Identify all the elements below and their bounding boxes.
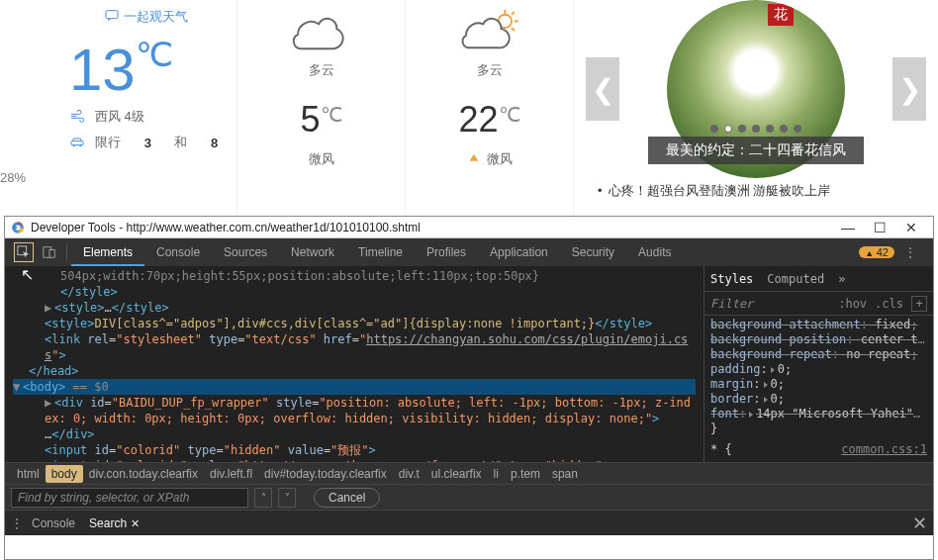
- condition-text: 多云: [237, 61, 405, 79]
- carousel-next-button[interactable]: ❯: [892, 57, 926, 121]
- styles-filter-input[interactable]: Filter: [710, 297, 834, 311]
- forecast-temp: 5℃: [237, 99, 405, 140]
- tab-sources[interactable]: Sources: [212, 238, 279, 266]
- close-tab-icon[interactable]: ✕: [131, 517, 140, 529]
- forecast-temp: 22℃: [406, 99, 573, 140]
- crumb-item[interactable]: body: [46, 465, 83, 483]
- window-title: Developer Tools - http://www.weather.com…: [31, 221, 421, 234]
- arrow-up-icon: [467, 152, 481, 166]
- dom-node[interactable]: …</div>: [13, 426, 696, 442]
- tab-security[interactable]: Security: [560, 238, 626, 266]
- device-icon: [43, 245, 56, 259]
- dom-node[interactable]: <input id="colorids" value="http://www.w…: [13, 458, 696, 462]
- find-next-button[interactable]: ˅: [278, 488, 296, 508]
- dom-node[interactable]: <style>DIV[class^="adpos"],div#ccs,div[c…: [13, 316, 696, 331]
- cloud-sun-icon: [455, 8, 524, 53]
- tab-application[interactable]: Application: [478, 238, 560, 266]
- tab-console[interactable]: Console: [144, 238, 212, 266]
- weather-panel: 一起观天气 13℃ 28% 西风 4级 限行 3 和 8 多云 5℃ 微风 多云…: [0, 0, 938, 216]
- current-weather: 一起观天气 13℃ 28% 西风 4级 限行 3 和 8: [0, 0, 237, 216]
- wind-text: 微风: [406, 150, 573, 168]
- cls-toggle[interactable]: .cls: [871, 297, 907, 311]
- filter-row: Filter :hov .cls +: [704, 292, 933, 316]
- crumb-item[interactable]: div.t: [393, 465, 425, 483]
- new-rule-button[interactable]: +: [911, 296, 927, 312]
- tab-audits[interactable]: Audits: [626, 238, 683, 266]
- dom-node[interactable]: </head>: [13, 363, 696, 379]
- dom-node[interactable]: ▶<style>…</style>: [13, 300, 696, 316]
- drawer-tab-search[interactable]: Search✕: [89, 516, 140, 530]
- dom-node[interactable]: <link rel="stylesheet" type="text/css" h…: [13, 331, 696, 363]
- elements-tree[interactable]: 504px;width:70px;height:55px;position:ab…: [5, 266, 704, 462]
- crumb-item[interactable]: html: [11, 465, 46, 483]
- svg-line-8: [512, 28, 515, 31]
- car-icon: [69, 135, 85, 150]
- dom-node[interactable]: <input id="colorid" type="hidden" value=…: [13, 442, 696, 458]
- find-prev-button[interactable]: ˄: [254, 488, 272, 508]
- svg-line-7: [512, 12, 515, 15]
- carousel-slide[interactable]: 花 最美的约定：二十四番花信风: [629, 0, 883, 178]
- dom-node-selected[interactable]: ▼<body> == $0: [13, 379, 696, 395]
- tab-network[interactable]: Network: [279, 238, 346, 266]
- window-titlebar[interactable]: Developer Tools - http://www.weather.com…: [5, 217, 933, 238]
- source-link[interactable]: common.css:1: [841, 442, 927, 457]
- limit-row: 限行 3 和 8: [69, 134, 236, 151]
- tab-profiles[interactable]: Profiles: [415, 238, 478, 266]
- styles-sidebar: Styles Computed » Filter :hov .cls + bac…: [704, 266, 933, 462]
- devtools-window: Developer Tools - http://www.weather.com…: [4, 216, 934, 560]
- breadcrumb[interactable]: html body div.con.today.clearfix div.lef…: [5, 462, 933, 484]
- drawer-menu-button[interactable]: ⋮: [11, 516, 32, 530]
- forecast-high: 多云 22℃ 微风: [406, 0, 574, 216]
- more-tabs-button[interactable]: »: [838, 272, 845, 286]
- crumb-item[interactable]: div.con.today.clearfix: [83, 465, 204, 483]
- chat-icon: [104, 8, 120, 24]
- tab-styles[interactable]: Styles: [710, 272, 753, 286]
- wind-text: 微风: [237, 150, 405, 168]
- find-cancel-button[interactable]: Cancel: [314, 488, 380, 508]
- sidebar-tabs: Styles Computed »: [704, 266, 933, 292]
- dom-node[interactable]: ▶<div id="BAIDU_DUP_fp_wrapper" style="p…: [13, 395, 696, 426]
- inspect-icon: [17, 245, 31, 259]
- tab-elements[interactable]: Elements: [71, 238, 144, 266]
- carousel-prev-button[interactable]: ❮: [586, 57, 619, 121]
- slide-caption: 最美的约定：二十四番花信风: [648, 137, 864, 164]
- device-toggle-button[interactable]: [37, 239, 62, 265]
- dom-node[interactable]: </style>: [13, 284, 696, 300]
- inspect-element-button[interactable]: [11, 239, 37, 265]
- condition-text: 多云: [406, 61, 573, 79]
- crumb-item[interactable]: li: [488, 465, 505, 483]
- crumb-item[interactable]: p.tem: [505, 465, 546, 483]
- slide-badge: 花: [768, 4, 794, 26]
- styles-list[interactable]: background-attachment: fixed; background…: [704, 316, 933, 462]
- carousel-dots[interactable]: [710, 125, 801, 133]
- tab-timeline[interactable]: Timeline: [346, 238, 415, 266]
- cloud-icon: [287, 8, 356, 53]
- devtools-menu-button[interactable]: ⋮: [894, 245, 927, 259]
- svg-rect-11: [18, 246, 27, 255]
- crumb-item[interactable]: ul.clearfix: [425, 465, 488, 483]
- current-temp: 13℃: [69, 38, 236, 100]
- drawer: ⋮ Console Search✕ ✕: [5, 510, 933, 535]
- find-input[interactable]: Find by string, selector, or XPath: [11, 488, 248, 508]
- wind-icon: [69, 109, 85, 125]
- close-button[interactable]: ✕: [895, 220, 927, 235]
- maximize-button[interactable]: ☐: [864, 220, 895, 235]
- tab-computed[interactable]: Computed: [767, 272, 824, 286]
- devtools-main: 504px;width:70px;height:55px;position:ab…: [5, 266, 933, 462]
- minimize-button[interactable]: —: [832, 220, 864, 235]
- warnings-badge[interactable]: 42: [859, 246, 894, 258]
- svg-rect-1: [71, 141, 83, 145]
- discuss-link[interactable]: 一起观天气: [69, 8, 236, 26]
- drawer-close-button[interactable]: ✕: [912, 513, 927, 534]
- svg-point-3: [79, 144, 81, 146]
- news-link[interactable]: 心疼！超强台风登陆澳洲 游艇被吹上岸: [586, 182, 926, 200]
- wind-row: 西风 4级: [69, 108, 236, 126]
- forecast-low: 多云 5℃ 微风: [237, 0, 406, 216]
- hov-toggle[interactable]: :hov: [834, 297, 871, 311]
- find-bar: Find by string, selector, or XPath ˄ ˅ C…: [5, 484, 933, 510]
- svg-rect-0: [106, 11, 118, 19]
- crumb-item[interactable]: span: [546, 465, 584, 483]
- crumb-item[interactable]: div#today.today.clearfix: [258, 465, 393, 483]
- crumb-item[interactable]: div.left.fl: [204, 465, 258, 483]
- drawer-tab-console[interactable]: Console: [32, 516, 75, 530]
